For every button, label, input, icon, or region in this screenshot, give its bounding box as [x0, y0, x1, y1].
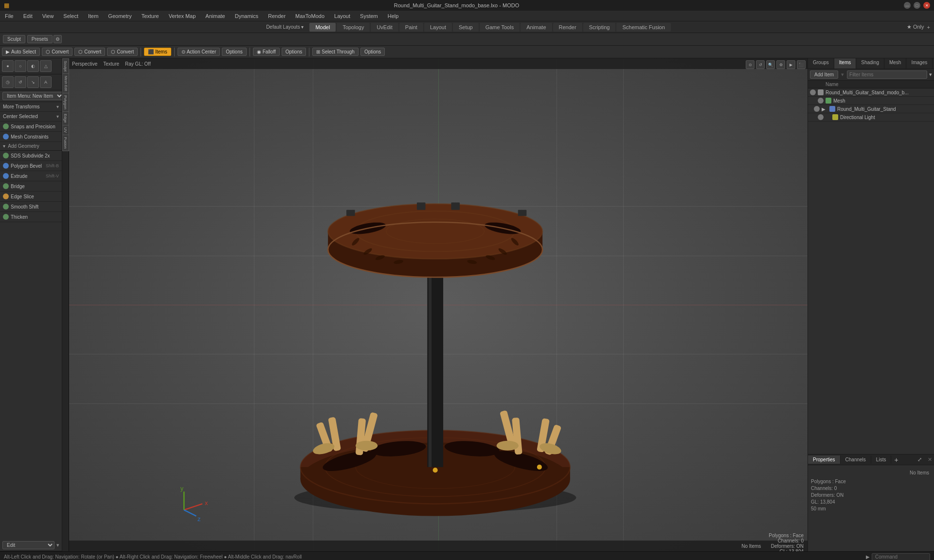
- close-panel-icon[interactable]: ✕: [926, 456, 934, 463]
- maximize-button[interactable]: □: [914, 2, 920, 9]
- tab-render[interactable]: Render: [553, 23, 582, 32]
- convert-button-1[interactable]: ⬡ Convert: [42, 48, 72, 56]
- br-tab-lists[interactable]: Lists: [871, 455, 892, 464]
- only-toggle[interactable]: ★ Only: [907, 24, 924, 30]
- item-row-light[interactable]: Directional Light: [808, 113, 934, 122]
- menu-vertexmap[interactable]: Vertex Map: [167, 12, 198, 20]
- polygon-bevel-btn[interactable]: Polygon Bevel Shift-B: [0, 161, 62, 171]
- mesh-constraints-btn[interactable]: Mesh Constraints: [0, 132, 62, 142]
- action-center-button[interactable]: ⊙ Action Center: [178, 48, 220, 56]
- options-button-3[interactable]: Options: [360, 48, 385, 56]
- select-through-button[interactable]: ⊞ Select Through: [312, 48, 359, 56]
- snaps-precision-btn[interactable]: Snaps and Precision: [0, 122, 62, 132]
- tool-torus-icon[interactable]: ○: [15, 60, 26, 72]
- item-menu-dropdown[interactable]: Item Menu: New Item: [2, 92, 62, 100]
- add-geometry-toggle-icon[interactable]: ▾: [3, 143, 5, 149]
- right-tab-items[interactable]: Items: [834, 58, 856, 69]
- tool-half-icon[interactable]: ◐: [27, 60, 39, 72]
- edit-arrow-icon[interactable]: ▾: [56, 542, 59, 548]
- add-panel-button[interactable]: +: [891, 456, 901, 464]
- item-expand-stand[interactable]: ▶: [822, 106, 826, 112]
- br-tab-properties[interactable]: Properties: [808, 455, 841, 464]
- tool-triangle-icon[interactable]: △: [40, 60, 52, 72]
- expand-panel-icon[interactable]: ⤢: [916, 456, 924, 463]
- item-visibility-mesh[interactable]: [818, 98, 824, 104]
- thicken-btn[interactable]: Thicken: [0, 212, 62, 222]
- item-row-scene[interactable]: Round_Multi_Guitar_Stand_modo_b...: [808, 88, 934, 97]
- right-tab-images[interactable]: Images: [906, 58, 933, 69]
- tab-gametools[interactable]: Game Tools: [480, 23, 520, 32]
- item-row-stand[interactable]: ▶ Round_Multi_Guitar_Stand: [808, 105, 934, 113]
- vp-icon-black[interactable]: ⬛: [797, 60, 806, 69]
- right-tab-shading[interactable]: Shading: [856, 58, 884, 69]
- tab-animate[interactable]: Animate: [521, 23, 552, 32]
- item-row-mesh[interactable]: Mesh: [808, 97, 934, 105]
- tool-undo-icon[interactable]: ↺: [15, 76, 26, 88]
- layout-selector[interactable]: Default Layouts ▾: [266, 24, 304, 30]
- close-button[interactable]: ✕: [923, 2, 930, 9]
- command-input[interactable]: [872, 553, 930, 560]
- tool-text-icon[interactable]: A: [40, 76, 52, 88]
- tab-topology[interactable]: Topology: [337, 23, 370, 32]
- convert-button-3[interactable]: ⬡ Convert: [107, 48, 138, 56]
- tab-setup[interactable]: Setup: [453, 23, 479, 32]
- options-button-1[interactable]: Options: [222, 48, 246, 56]
- menu-item[interactable]: Item: [86, 12, 100, 20]
- vtab-uv[interactable]: UV: [62, 125, 69, 135]
- vp-icon-settings[interactable]: ⚙: [776, 60, 785, 69]
- vp-icon-zoom[interactable]: 🔍: [766, 60, 775, 69]
- viewport-mode-label[interactable]: Perspective: [72, 61, 97, 67]
- menu-dynamics[interactable]: Dynamics: [233, 12, 260, 20]
- vp-icon-home[interactable]: ⊙: [746, 60, 754, 69]
- menu-edit[interactable]: Edit: [21, 12, 35, 20]
- minimize-button[interactable]: —: [904, 2, 911, 9]
- statusbar-arrow-icon[interactable]: ▶: [866, 554, 870, 560]
- viewport-raygl-label[interactable]: Ray GL: Off: [125, 61, 151, 67]
- tab-schematic[interactable]: Schematic Fusion: [616, 23, 670, 32]
- vp-icon-play[interactable]: ▶: [787, 60, 795, 69]
- auto-select-button[interactable]: ▶ Auto Select: [2, 48, 40, 56]
- viewport[interactable]: Perspective Texture Ray GL: Off ⊙ ↺ 🔍 ⚙ …: [69, 58, 808, 551]
- menu-maxtomodo[interactable]: MaxToModo: [293, 12, 326, 20]
- center-selected-btn[interactable]: Center Selected ▾: [0, 112, 62, 122]
- item-visibility-scene[interactable]: [810, 89, 816, 95]
- add-tab-button[interactable]: +: [927, 24, 930, 30]
- sculpt-button[interactable]: Sculpt: [3, 35, 25, 43]
- vtab-fusion[interactable]: Fusion: [62, 135, 69, 151]
- tab-layout[interactable]: Layout: [424, 23, 452, 32]
- tool-arrow-icon[interactable]: ↘: [27, 76, 39, 88]
- right-tab-groups[interactable]: Groups: [808, 58, 834, 69]
- vp-icon-rotate[interactable]: ↺: [756, 60, 765, 69]
- menu-texture[interactable]: Texture: [140, 12, 161, 20]
- right-tab-mesh[interactable]: Mesh: [884, 58, 906, 69]
- vtab-edge[interactable]: Edge: [62, 111, 69, 125]
- bridge-btn[interactable]: Bridge: [0, 181, 62, 192]
- extrude-btn[interactable]: Extrude Shift-V: [0, 171, 62, 181]
- menu-system[interactable]: System: [358, 12, 380, 20]
- presets-gear-icon[interactable]: ⚙: [54, 35, 62, 43]
- item-visibility-stand[interactable]: [814, 106, 820, 112]
- menu-select[interactable]: Select: [61, 12, 80, 20]
- edge-slice-btn[interactable]: Edge Slice: [0, 192, 62, 202]
- viewport-texture-label[interactable]: Texture: [103, 61, 119, 67]
- tool-rotate-icon[interactable]: ◷: [2, 76, 14, 88]
- menu-help[interactable]: Help: [386, 12, 401, 20]
- menu-render[interactable]: Render: [266, 12, 287, 20]
- item-visibility-light[interactable]: [818, 114, 824, 120]
- vtab-polygon[interactable]: Polygon: [62, 93, 69, 111]
- tab-uvedit[interactable]: UvEdit: [371, 23, 398, 32]
- tool-sphere-icon[interactable]: ●: [2, 60, 14, 72]
- presets-button[interactable]: Presets: [27, 35, 53, 43]
- edit-dropdown[interactable]: Edit: [2, 541, 54, 549]
- add-item-button[interactable]: Add Item: [810, 70, 838, 79]
- menu-animate[interactable]: Animate: [203, 12, 227, 20]
- menu-view[interactable]: View: [40, 12, 56, 20]
- tab-scripting[interactable]: Scripting: [583, 23, 616, 32]
- falloff-button[interactable]: ◉ Falloff: [253, 48, 280, 56]
- tab-model[interactable]: Model: [309, 23, 336, 32]
- convert-button-2[interactable]: ⬡ Convert: [74, 48, 105, 56]
- tab-paint[interactable]: Paint: [399, 23, 423, 32]
- vtab-sculpt[interactable]: Sculpt: [62, 58, 69, 73]
- more-transforms-btn[interactable]: More Transforms ▾: [0, 102, 62, 112]
- smooth-shift-btn[interactable]: Smooth Shift: [0, 202, 62, 212]
